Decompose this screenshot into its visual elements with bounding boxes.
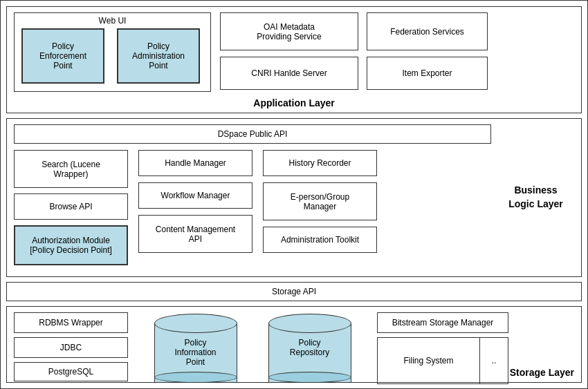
- rdbms-label: RDBMS Wrapper: [39, 318, 102, 328]
- cylinder-pip-label: PolicyInformationPoint: [154, 338, 237, 367]
- postgresql-label: PostgreSQL: [48, 367, 93, 377]
- pap-box: PolicyAdministrationPoint: [117, 28, 200, 84]
- jdbc-box: JDBC: [14, 337, 128, 358]
- history-label: History Recorder: [288, 158, 351, 168]
- app-layer-label: Application Layer: [7, 97, 581, 108]
- federation-label: Federation Services: [390, 27, 464, 37]
- exporter-box: Item Exporter: [367, 57, 488, 90]
- cylinder-pip-bottom: [154, 372, 237, 383]
- browse-box: Browse API: [14, 193, 128, 220]
- filing-group: Filing System ..: [377, 337, 508, 384]
- workflow-label: Workflow Manager: [161, 191, 230, 200]
- eperson-box: E-person/GroupManager: [263, 182, 377, 220]
- postgresql-box: PostgreSQL: [14, 362, 128, 381]
- cylinder-repo: PolicyRepository: [268, 314, 351, 383]
- dspace-api-label: DSpace Public API: [218, 129, 288, 139]
- pap-label: PolicyAdministrationPoint: [132, 41, 185, 70]
- dotdot-label: ..: [492, 356, 497, 366]
- bitstream-label: Bitstream Storage Manager: [392, 318, 494, 328]
- bitstream-box: Bitstream Storage Manager: [377, 312, 508, 333]
- architecture-diagram: Application Layer Web UI PolicyEnforceme…: [0, 0, 588, 389]
- search-label: Search (LuceneWrapper): [42, 160, 100, 179]
- storage-layer-label: Storage Layer: [510, 367, 574, 378]
- search-box: Search (LuceneWrapper): [14, 150, 128, 188]
- cylinder-pip-top: [154, 314, 237, 333]
- cnri-label: CNRI Hanlde Server: [251, 68, 327, 78]
- filing-label: Filing System: [403, 356, 453, 366]
- auth-label: Authorization Module[Policy Decision Poi…: [30, 236, 112, 255]
- storage-layer: Storage Layer RDBMS Wrapper JDBC Postgre…: [6, 306, 582, 383]
- history-box: History Recorder: [263, 150, 377, 176]
- pep-box: PolicyEnforcementPoint: [21, 28, 104, 84]
- browse-label: Browse API: [49, 202, 92, 211]
- oai-label: OAI MetadataProviding Service: [257, 22, 321, 41]
- handle-box: Handle Manager: [138, 150, 252, 176]
- exporter-label: Item Exporter: [402, 68, 452, 78]
- app-layer: Application Layer Web UI PolicyEnforceme…: [6, 6, 582, 113]
- federation-box: Federation Services: [367, 12, 488, 50]
- eperson-label: E-person/GroupManager: [291, 192, 349, 211]
- content-mgmt-label: Content ManagementAPI: [156, 225, 235, 244]
- biz-layer-label: BusinessLogic Layer: [496, 184, 576, 211]
- auth-box: Authorization Module[Policy Decision Poi…: [14, 225, 128, 265]
- storage-api-box: Storage API: [6, 282, 582, 301]
- biz-layer: BusinessLogic Layer DSpace Public API Se…: [6, 118, 582, 277]
- cylinder-repo-label: PolicyRepository: [268, 338, 351, 357]
- dotdot-box: ..: [480, 338, 508, 383]
- web-ui-label: Web UI: [15, 16, 210, 26]
- admin-toolkit-label: Administration Toolkit: [281, 235, 359, 245]
- pep-label: PolicyEnforcementPoint: [39, 41, 86, 70]
- cylinder-repo-top: [268, 314, 351, 333]
- admin-toolkit-box: Administration Toolkit: [263, 227, 377, 253]
- storage-api-label: Storage API: [272, 287, 316, 296]
- filing-box: Filing System: [378, 338, 480, 383]
- jdbc-label: JDBC: [60, 343, 82, 352]
- cnri-box: CNRI Hanlde Server: [220, 57, 358, 90]
- cylinder-repo-bottom: [268, 372, 351, 383]
- rdbms-box: RDBMS Wrapper: [14, 312, 128, 333]
- workflow-box: Workflow Manager: [138, 182, 252, 209]
- dspace-api-box: DSpace Public API: [14, 124, 491, 144]
- web-ui-group: Web UI PolicyEnforcementPoint PolicyAdmi…: [14, 12, 211, 92]
- handle-label: Handle Manager: [165, 158, 226, 168]
- cylinder-group: PolicyInformationPoint PolicyRepository: [138, 307, 367, 386]
- cylinder-pip: PolicyInformationPoint: [154, 314, 237, 383]
- content-mgmt-box: Content ManagementAPI: [138, 215, 252, 253]
- oai-box: OAI MetadataProviding Service: [220, 12, 358, 50]
